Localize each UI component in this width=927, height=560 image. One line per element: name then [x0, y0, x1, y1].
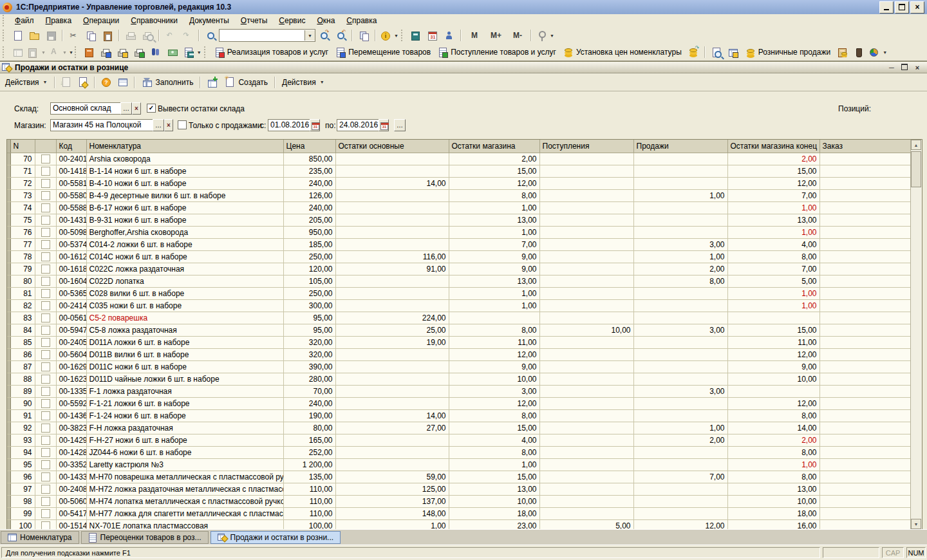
row-checkbox[interactable] [41, 485, 50, 494]
date-from-input[interactable]: 01.08.2016 [268, 119, 310, 131]
order-cell[interactable] [819, 508, 911, 520]
menu-bar-handle[interactable] [3, 15, 6, 26]
row-number-cell[interactable]: 97 [10, 483, 35, 496]
column-header-order[interactable]: Заказ [819, 140, 911, 153]
row-checkbox-cell[interactable] [35, 312, 56, 324]
minimize-button[interactable] [879, 1, 894, 14]
print-button[interactable] [122, 28, 139, 42]
order-cell[interactable] [819, 251, 911, 263]
row-checkbox-cell[interactable] [35, 447, 56, 459]
redo-button[interactable]: ↷ [179, 28, 196, 42]
code-cell[interactable]: 00-3823 [56, 422, 86, 434]
row-number-cell[interactable]: 94 [10, 447, 35, 459]
row-number-cell[interactable]: 80 [10, 275, 35, 288]
open-button[interactable] [26, 28, 42, 42]
receipts-cell[interactable]: 10,00 [539, 324, 633, 337]
order-cell[interactable] [819, 190, 911, 202]
sales-cell[interactable]: 1,00 [633, 422, 727, 434]
row-number-cell[interactable]: 100 [10, 520, 35, 530]
row-checkbox-cell[interactable] [35, 471, 56, 483]
toolbar-handle[interactable] [3, 30, 6, 41]
sales-cell[interactable] [633, 459, 727, 471]
row-number-cell[interactable]: 84 [10, 324, 35, 337]
receipts-cell[interactable] [539, 398, 633, 410]
warehouse-clear-button[interactable]: × [132, 102, 141, 115]
row-number-cell[interactable]: 93 [10, 434, 35, 447]
menu-item[interactable]: Операции [77, 15, 125, 26]
row-checkbox-cell[interactable] [35, 496, 56, 508]
row-checkbox[interactable] [41, 387, 50, 396]
stock-main-cell[interactable] [335, 361, 449, 373]
stock-main-cell[interactable] [335, 214, 449, 227]
nomenclature-cell[interactable]: F-H ложка раздаточная [86, 422, 283, 434]
toolbar-handle[interactable] [204, 46, 208, 58]
row-checkbox-cell[interactable] [35, 386, 56, 398]
price-cell[interactable]: 105,00 [283, 275, 335, 288]
row-checkbox[interactable] [41, 362, 50, 371]
print-invoice-button[interactable] [98, 45, 115, 59]
stock-main-cell[interactable] [335, 398, 449, 410]
order-cell[interactable] [819, 422, 911, 434]
stock-store-cell[interactable]: 12,00 [449, 398, 539, 410]
stock-store-cell[interactable]: 1,00 [449, 459, 539, 471]
price-cell[interactable]: 80,00 [283, 422, 335, 434]
stock-store-cell[interactable]: 3,00 [449, 386, 539, 398]
order-cell[interactable] [819, 153, 911, 165]
print-preview-button[interactable] [139, 28, 156, 42]
code-cell[interactable]: 00-5098 [56, 227, 86, 239]
sales-cell[interactable]: 1,00 [633, 190, 727, 202]
receipts-cell[interactable] [539, 349, 633, 361]
order-cell[interactable] [819, 239, 911, 251]
period-select-button[interactable]: … [394, 119, 406, 131]
sales-cell[interactable]: 3,00 [633, 324, 727, 337]
search-button[interactable] [202, 28, 219, 42]
code-cell[interactable]: 00-1436 [56, 410, 86, 422]
nomenclature-cell[interactable]: B-9-31 ножи 6 шт. в наборе [86, 214, 283, 227]
stock-main-cell[interactable] [335, 386, 449, 398]
row-checkbox-cell[interactable] [35, 373, 56, 386]
price-cell[interactable]: 185,00 [283, 239, 335, 251]
receipts-cell[interactable] [539, 508, 633, 520]
row-number-cell[interactable]: 70 [10, 153, 35, 165]
tab-nomenclature[interactable]: Номенклатура [1, 531, 79, 544]
row-checkbox[interactable] [41, 167, 50, 176]
code-cell[interactable]: 00-0561 [56, 312, 86, 324]
row-checkbox[interactable] [41, 203, 50, 212]
search-input[interactable] [220, 30, 304, 41]
stock-end-cell[interactable]: 7,00 [727, 190, 819, 202]
column-header-price[interactable]: Цена [283, 140, 335, 153]
price-cell[interactable]: 110,00 [283, 496, 335, 508]
transfer-documents-button[interactable]: Перемещение товаров [332, 45, 434, 59]
row-checkbox-cell[interactable] [35, 275, 56, 288]
row-checkbox[interactable] [41, 350, 50, 359]
stock-store-cell[interactable]: 9,00 [449, 361, 539, 373]
menu-item[interactable]: Правка [40, 15, 78, 26]
price-cell[interactable]: 126,00 [283, 190, 335, 202]
fill-button[interactable]: Заполнить [138, 75, 198, 89]
stock-end-cell[interactable]: 15,00 [727, 165, 819, 178]
row-checkbox[interactable] [41, 375, 50, 384]
menu-item[interactable]: Файл [9, 15, 40, 26]
row-checkbox-cell[interactable] [35, 520, 56, 530]
only-sales-checkbox[interactable] [178, 120, 187, 129]
receipts-cell[interactable] [539, 190, 633, 202]
stock-end-cell[interactable]: 12,00 [727, 349, 819, 361]
code-cell[interactable]: 00-1431 [56, 214, 86, 227]
nomenclature-cell[interactable]: Arshia сковорода [86, 153, 283, 165]
nomenclature-cell[interactable]: F-1-21 ложки 6 шт. в наборе [86, 398, 283, 410]
sales-cell[interactable] [633, 288, 727, 300]
stock-end-cell[interactable]: 16,00 [727, 520, 819, 530]
row-checkbox[interactable] [41, 252, 50, 261]
warehouse-input[interactable]: Основной склад [50, 102, 121, 115]
code-cell[interactable]: 00-3352 [56, 459, 86, 471]
stock-store-cell[interactable]: 15,00 [449, 471, 539, 483]
sales-cell[interactable]: 2,00 [633, 434, 727, 447]
row-number-cell[interactable]: 95 [10, 459, 35, 471]
row-checkbox-cell[interactable] [35, 349, 56, 361]
receipts-cell[interactable] [539, 410, 633, 422]
nomenclature-cell[interactable]: Laretty кастрюля №3 [86, 459, 283, 471]
row-checkbox[interactable] [41, 399, 50, 408]
receipt-documents-button[interactable]: Поступление товаров и услуг [434, 45, 559, 59]
order-cell[interactable] [819, 496, 911, 508]
row-checkbox[interactable] [41, 497, 50, 506]
